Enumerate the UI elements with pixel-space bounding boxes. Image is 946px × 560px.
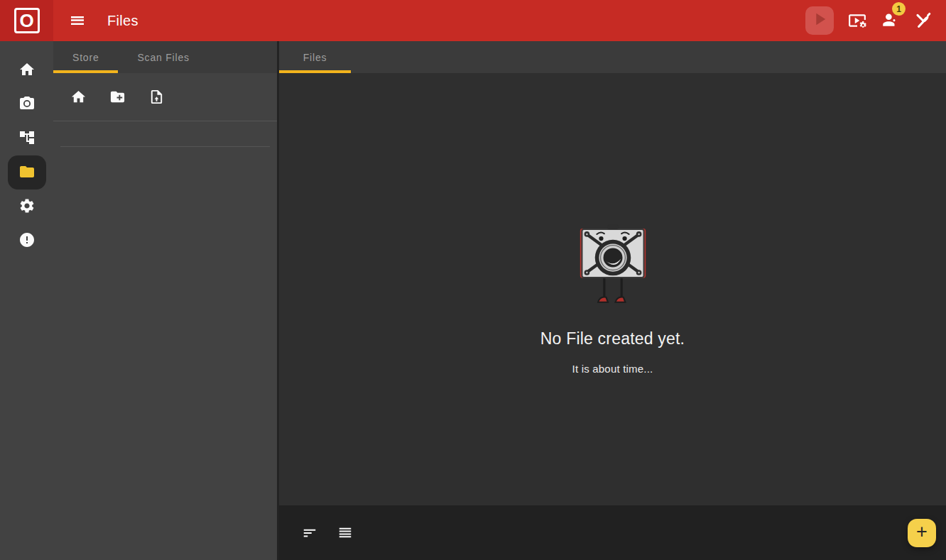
plus-icon: + [916,522,928,542]
tab-store[interactable]: Store [53,41,118,73]
tab-scan-files[interactable]: Scan Files [118,41,208,73]
sidebar-item-files[interactable] [8,155,46,190]
empty-state-title: No File created yet. [540,329,685,348]
file-list-empty-row [60,121,270,147]
nav-sidebar [0,41,53,560]
list-icon [337,525,353,541]
alert-icon [18,231,36,251]
app-header: O Files [0,0,946,41]
webcam-mascot-illustration [575,224,651,314]
empty-state-subtitle: It is about time... [572,363,653,375]
octoapp-window: O Files [0,0,946,560]
folder-icon [18,163,36,182]
sidebar-item-settings[interactable] [8,190,46,224]
notification-badge: 1 [892,2,906,16]
list-view-button[interactable] [335,522,356,544]
create-folder-button[interactable] [107,86,129,108]
app-logo[interactable]: O [0,0,53,41]
file-upload-icon [148,89,165,105]
tab-files[interactable]: Files [279,41,351,73]
sort-button[interactable] [299,522,320,544]
upload-file-button[interactable] [146,86,168,108]
panel-toolbar [53,73,277,121]
sidebar-item-alerts[interactable] [8,224,46,258]
page-title: Files [107,13,138,29]
tools-button[interactable] [910,9,935,33]
files-bottom-toolbar: + [279,505,946,560]
sort-icon [302,525,317,541]
webcam-settings-button[interactable] [845,9,869,33]
header-actions: 1 [805,6,946,35]
home-icon [18,61,36,80]
play-icon [810,9,830,32]
user-button[interactable]: 1 [881,10,899,31]
files-side-panel: Store Scan Files [53,41,279,560]
app-logo-letter: O [14,8,40,33]
tab-scan-files-label: Scan Files [137,52,189,63]
crossed-tools-icon [913,11,932,30]
print-play-button[interactable] [805,6,834,35]
home-icon [70,89,87,105]
add-file-fab[interactable]: + [908,519,936,547]
video-settings-icon [848,11,866,30]
hamburger-icon [69,12,86,29]
gear-icon [18,197,36,216]
file-list-empty-state: No File created yet. It is about time... [279,73,946,505]
main-tabstrip: Files [279,41,946,73]
folder-plus-icon [109,89,126,105]
main-area: Files [279,41,946,560]
camera-icon [18,95,36,114]
root-folder-button[interactable] [67,86,89,108]
panel-tabstrip: Store Scan Files [53,41,277,73]
tab-files-label: Files [303,52,327,63]
main-row: Store Scan Files [0,41,946,560]
menu-button[interactable] [66,9,89,32]
sidebar-item-connections[interactable] [8,121,46,155]
device-tree-icon [18,129,36,148]
tab-store-label: Store [72,52,99,63]
sidebar-item-webcam[interactable] [8,87,46,121]
sidebar-item-home[interactable] [8,53,46,87]
